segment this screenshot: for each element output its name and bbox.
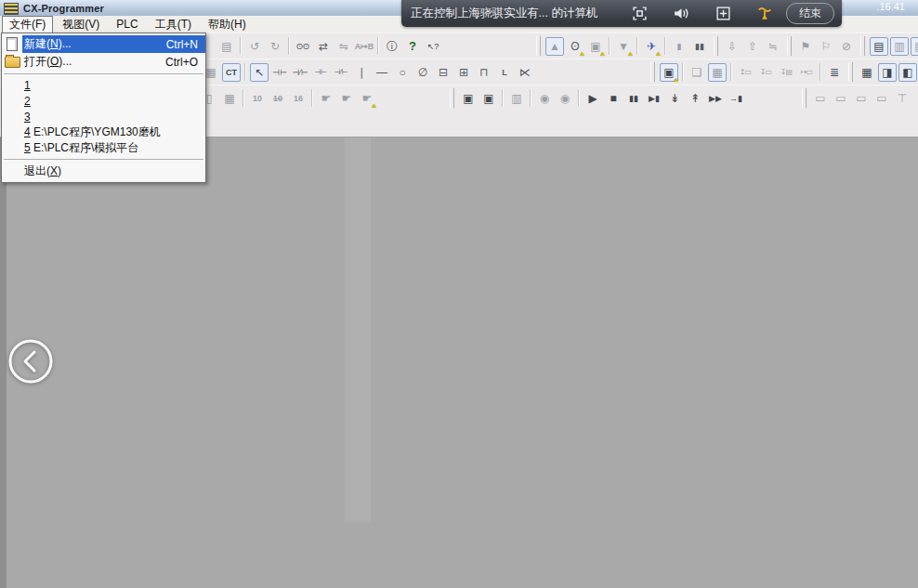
work-online-icon[interactable]: ▲ (545, 37, 564, 56)
continuous-step-icon[interactable]: ▶▶ (706, 89, 725, 108)
print-icon[interactable]: ▤ (217, 37, 236, 56)
force-set-bit-icon[interactable]: ☛ (317, 89, 335, 108)
sfc-element-1-icon[interactable]: ▭ (811, 89, 830, 108)
compile-program-icon[interactable]: ❏ (688, 63, 706, 82)
plc-memory-icon[interactable]: ▥ (890, 37, 909, 56)
new-or-contact-icon[interactable]: ⊣⊢ (311, 63, 330, 82)
new-closed-coil-icon[interactable]: ∅ (413, 63, 432, 82)
force-cancel-icon[interactable]: ⊘ (837, 37, 856, 56)
cycle-time-icon[interactable]: ◉ (535, 89, 554, 108)
file-menu-item-new[interactable]: 新建(N)...Ctrl+N (2, 35, 205, 53)
pause-mode-icon[interactable]: ▮▮ (690, 37, 709, 56)
delete-row-icon[interactable]: ↧▭ (756, 63, 775, 82)
context-help-icon[interactable]: ↖? (424, 37, 442, 56)
symbol-table-icon[interactable]: ≣ (825, 63, 844, 82)
file-menu-item-recent-4[interactable]: 4 E:\PLC程序\YGM130磨机 (2, 124, 205, 140)
find-icon[interactable]: ʘʘ (294, 37, 312, 56)
memory-view-icon[interactable]: ▥ (507, 89, 526, 108)
step-in-icon[interactable]: ↡ (665, 89, 684, 108)
file-menu-item-recent-1[interactable]: 1 (2, 77, 205, 93)
run-mode-icon[interactable]: ✈ (642, 37, 661, 56)
redo-icon[interactable]: ↻ (266, 37, 284, 56)
about-icon[interactable]: ⓘ (383, 37, 401, 56)
sfc-element-4-icon[interactable]: ▭ (872, 89, 891, 108)
simulator-pause-icon[interactable]: ▮▮ (624, 89, 643, 108)
new-branch-icon[interactable]: L (495, 63, 514, 82)
workspace (0, 137, 918, 588)
toolbar-group: ◉◉ (527, 89, 575, 108)
file-menu-item-open[interactable]: 打开(O)...Ctrl+O (2, 53, 205, 71)
insert-row-above-icon[interactable]: ↥▭ (736, 63, 754, 82)
force-reset-bit-icon[interactable]: ☛ (337, 89, 356, 108)
new-closed-contact-icon[interactable]: ⊣∕⊢ (291, 63, 309, 82)
monitor-icon[interactable]: ▣ (586, 37, 605, 56)
differential-monitor-icon[interactable]: ◉ (556, 89, 574, 108)
select-tool-icon[interactable]: ↖ (250, 63, 269, 82)
fullscreen-icon[interactable] (631, 6, 648, 22)
sfc-element-6-icon[interactable]: ⊣ (913, 89, 918, 108)
watch-window-icon[interactable]: ▣ (459, 89, 478, 108)
run-to-break-icon[interactable]: →▮ (727, 89, 745, 108)
new-coil-icon[interactable]: ○ (393, 63, 412, 82)
view-diagram-icon[interactable]: CT (222, 63, 241, 82)
step-run-icon[interactable]: ▶▮ (645, 89, 663, 108)
sfc-element-5-icon[interactable]: ⊤ (893, 89, 911, 108)
auto-online-icon[interactable]: ʘ (566, 37, 584, 56)
insert-rung-icon[interactable]: ↧▤ (777, 63, 795, 82)
plc-settings-icon[interactable]: ▤ (911, 37, 918, 56)
toggle-watch-window-icon[interactable]: ◧ (898, 63, 917, 82)
force-off-icon[interactable]: ⚐ (817, 37, 835, 56)
monitor-mode-icon[interactable]: ▮ (670, 37, 688, 56)
transfer-to-plc-icon[interactable]: ⇩ (723, 37, 741, 56)
cross-reference-icon[interactable]: ▦ (708, 63, 727, 82)
menubar-item-help[interactable]: 帮助(H) (201, 16, 254, 33)
simulator-run-icon[interactable]: ▶ (584, 89, 602, 108)
menubar-item-plc[interactable]: PLC (109, 17, 145, 32)
invert-selection-icon[interactable]: ⋉ (516, 63, 534, 82)
file-menu-item-exit[interactable]: 退出(X) (2, 163, 205, 180)
replace-ab-icon[interactable]: A↦B (355, 37, 374, 56)
end-session-button[interactable]: 结束 (786, 3, 834, 24)
io-table-icon[interactable]: ▤ (870, 37, 888, 56)
find-replace-icon[interactable]: ⇄ (314, 37, 333, 56)
speaker-icon[interactable] (673, 6, 689, 22)
monitor-hex-icon[interactable]: 16 (289, 89, 308, 108)
transfer-from-plc-icon[interactable]: ⇧ (743, 37, 762, 56)
new-instruction-icon[interactable]: ⊟ (434, 63, 452, 82)
menubar-item-file[interactable]: 文件(F) (2, 16, 53, 33)
undo-icon[interactable]: ↺ (245, 37, 264, 56)
tools-icon[interactable] (756, 6, 773, 22)
menubar-item-tools[interactable]: 工具(T) (148, 16, 199, 33)
rung-comment-view-icon[interactable]: ▦ (220, 89, 239, 108)
new-closed-instruction-icon[interactable]: ⊞ (454, 63, 473, 82)
menubar-item-view[interactable]: 视图(V) (55, 16, 107, 33)
monitor-decimal-icon[interactable]: 10 (248, 89, 267, 108)
toggle-output-window-icon[interactable]: ◨ (878, 63, 897, 82)
help-icon[interactable]: ? (403, 37, 422, 56)
file-menu-item-recent-5[interactable]: 5 E:\PLC程序\模拟平台 (2, 140, 205, 156)
transfer-icon[interactable] (715, 6, 731, 22)
new-horizontal-line-icon[interactable]: — (373, 63, 391, 82)
file-menu-item-recent-3[interactable]: 3 (2, 109, 205, 124)
back-button-overlay[interactable] (7, 337, 55, 385)
menu-item-label: 新建(N)... (24, 36, 159, 52)
monitor-signed-decimal-icon[interactable]: 10 (269, 89, 287, 108)
force-on-icon[interactable]: ⚑ (796, 37, 815, 56)
new-vertical-line-icon[interactable]: ∣ (352, 63, 371, 82)
new-timer-counter-icon[interactable]: ⊓ (475, 63, 493, 82)
new-or-closed-contact-icon[interactable]: ⊣∕⊢ (332, 63, 350, 82)
file-menu-item-recent-2[interactable]: 2 (2, 93, 205, 109)
sfc-element-2-icon[interactable]: ▭ (832, 89, 850, 108)
toggle-project-window-icon[interactable]: ▦ (858, 63, 876, 82)
watch-sheet-icon[interactable]: ▣ (479, 89, 498, 108)
replace-all-icon[interactable]: ⇋ (334, 37, 353, 56)
simulator-stop-icon[interactable]: ■ (604, 89, 623, 108)
transfer-program-icon[interactable]: ▣ (660, 63, 678, 82)
new-contact-icon[interactable]: ⊣⊢ (270, 63, 289, 82)
force-cancel-bits-icon[interactable]: ☛ (358, 89, 376, 108)
step-out-icon[interactable]: ↟ (686, 89, 704, 108)
sfc-element-3-icon[interactable]: ▭ (852, 89, 871, 108)
compare-with-plc-icon[interactable]: ≒ (764, 37, 782, 56)
delete-rung-icon[interactable]: ↦▭ (797, 63, 816, 82)
program-mode-icon[interactable]: ▼ (614, 37, 633, 56)
